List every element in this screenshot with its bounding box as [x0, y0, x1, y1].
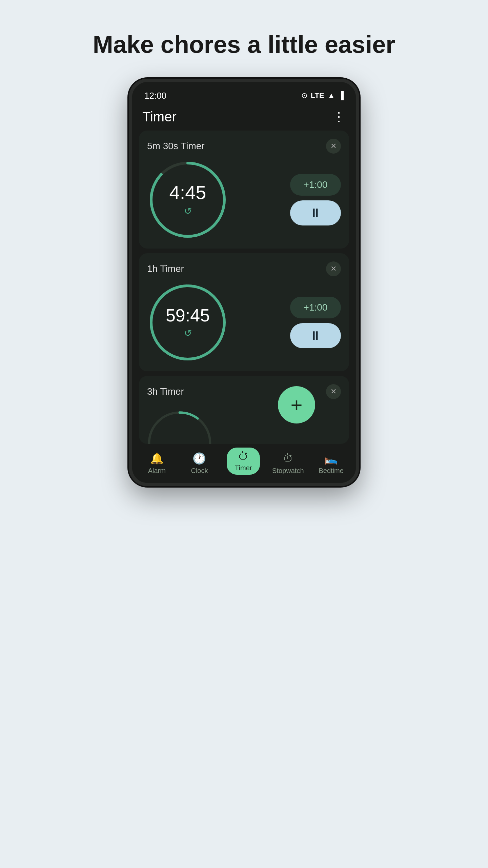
nav-bedtime-label: Bedtime	[319, 467, 343, 475]
status-time: 12:00	[144, 91, 166, 101]
timer-card-1: 5m 30s Timer ✕ 4:45 ↺ +1:00 ⏸	[139, 131, 349, 249]
nav-stopwatch-label: Stopwatch	[272, 467, 304, 475]
app-header: Timer ⋮	[132, 106, 356, 131]
timer-1-time: 4:45	[169, 183, 206, 202]
timer-2-label: 1h Timer	[147, 263, 184, 274]
page-tagline: Make chores a little easier	[93, 31, 395, 58]
status-bar: 12:00 ⊙ LTE ▲ ▐	[132, 82, 356, 106]
timer-2-pause-button[interactable]: ⏸	[290, 323, 341, 348]
status-icons: ⊙ LTE ▲ ▐	[301, 91, 344, 100]
timer-1-close-button[interactable]: ✕	[326, 139, 341, 154]
lte-label: LTE	[311, 91, 324, 100]
clock-nav-icon: 🕐	[192, 452, 206, 465]
timer-card-3: 3h Timer ✕ +	[139, 376, 349, 444]
nav-alarm-label: Alarm	[148, 467, 166, 475]
timer-2-time: 59:45	[166, 307, 210, 324]
timer-3-label: 3h Timer	[147, 386, 184, 397]
nav-item-bedtime[interactable]: 🛌 Bedtime	[316, 452, 346, 475]
timers-list: 5m 30s Timer ✕ 4:45 ↺ +1:00 ⏸	[132, 131, 356, 444]
timer-1-pause-button[interactable]: ⏸	[290, 200, 341, 225]
nav-item-timer[interactable]: ⏱ Timer	[227, 448, 260, 475]
timer-nav-icon: ⏱	[238, 450, 249, 463]
svg-point-4	[149, 413, 210, 444]
timer-3-add-fab-button[interactable]: +	[278, 386, 315, 423]
timer-1-add-button[interactable]: +1:00	[290, 174, 341, 196]
bedtime-nav-icon: 🛌	[324, 452, 338, 465]
bottom-nav: 🔔 Alarm 🕐 Clock ⏱ Timer ⏱ Stopwatch 🛌 Be…	[132, 444, 356, 483]
nav-clock-label: Clock	[191, 467, 208, 475]
timer-2-close-button[interactable]: ✕	[326, 261, 341, 276]
phone-frame: 12:00 ⊙ LTE ▲ ▐ Timer ⋮ 5m 30s Timer ✕	[129, 79, 359, 486]
timer-2-add-button[interactable]: +1:00	[290, 297, 341, 318]
timer-1-refresh-icon: ↺	[184, 205, 192, 217]
timer-1-label: 5m 30s Timer	[147, 141, 205, 152]
stopwatch-nav-icon: ⏱	[283, 452, 293, 465]
more-menu-button[interactable]: ⋮	[333, 110, 346, 124]
alarm-icon: 🔔	[150, 452, 164, 465]
timer-card-2: 1h Timer ✕ 59:45 ↺ +1:00 ⏸	[139, 253, 349, 371]
wifi-icon: ⊙	[301, 91, 307, 100]
timer-2-refresh-icon: ↺	[184, 328, 192, 339]
timer-2-circle[interactable]: 59:45 ↺	[147, 282, 228, 363]
signal-icon: ▲	[328, 91, 335, 100]
nav-timer-label: Timer	[235, 464, 252, 472]
nav-item-alarm[interactable]: 🔔 Alarm	[142, 452, 172, 475]
nav-item-clock[interactable]: 🕐 Clock	[184, 452, 215, 475]
battery-icon: ▐	[338, 91, 344, 100]
timer-1-circle[interactable]: 4:45 ↺	[147, 159, 228, 240]
svg-point-5	[149, 413, 210, 444]
timer-3-close-button[interactable]: ✕	[326, 384, 341, 399]
timer-3-arc	[146, 409, 214, 444]
app-title: Timer	[142, 109, 177, 124]
nav-item-stopwatch[interactable]: ⏱ Stopwatch	[272, 452, 304, 475]
